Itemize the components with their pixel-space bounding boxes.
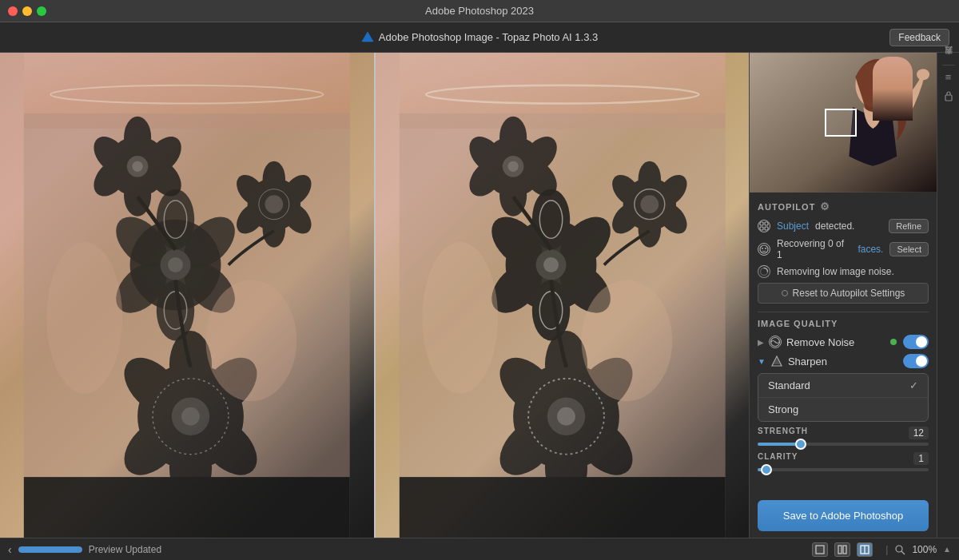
section-divider: [758, 312, 929, 312]
svg-rect-99: [760, 227, 763, 230]
image-quality-header: IMAGE QUALITY: [758, 319, 929, 328]
lock-icon-svg: [943, 90, 954, 101]
svg-rect-109: [816, 546, 824, 554]
feedback-button[interactable]: Feedback: [889, 29, 949, 46]
sharpen-label: Sharpen: [788, 355, 898, 367]
sharpen-mode-dropdown[interactable]: Standard ✓ Strong: [758, 373, 929, 422]
image-comparison-panel: [0, 53, 749, 538]
sharpen-strong-option[interactable]: Strong: [758, 397, 928, 421]
thumbnail-viewport[interactable]: [825, 109, 857, 137]
recovering-faces-row: Recovering 0 of 1 faces. Select: [758, 238, 929, 260]
removing-text: Removing low image noise.: [777, 266, 894, 277]
svg-rect-97: [760, 222, 763, 225]
thumbnail-area: [750, 53, 937, 193]
noise-icon-svg: [770, 336, 781, 348]
strength-slider-thumb[interactable]: [795, 439, 806, 450]
histogram-label: 直方图: [943, 59, 954, 62]
spinner-icon: [759, 267, 769, 276]
remove-noise-active-dot: [890, 339, 897, 345]
strength-label: STRENGTH: [758, 427, 808, 439]
svg-point-26: [263, 161, 285, 198]
svg-rect-100: [765, 227, 768, 230]
single-view-icon: [815, 545, 825, 554]
svg-point-90: [581, 280, 672, 402]
controls-area: AUTOPILOT ⚙ Subject detected. Refine: [750, 193, 937, 494]
svg-point-45: [46, 242, 122, 394]
svg-line-115: [901, 551, 905, 554]
autopilot-title: AUTOPILOT: [758, 202, 815, 212]
svg-point-63: [499, 117, 527, 159]
remove-noise-label: Remove Noise: [786, 336, 885, 348]
remove-noise-expand-arrow[interactable]: ▶: [758, 338, 764, 347]
remove-noise-toggle[interactable]: [903, 335, 929, 349]
traffic-lights: [8, 6, 46, 16]
svg-point-44: [205, 280, 296, 402]
maximize-button[interactable]: [37, 6, 46, 16]
svg-point-96: [917, 69, 929, 80]
svg-point-24: [132, 161, 142, 172]
progress-bar-fill: [18, 546, 82, 553]
split-view-icon: [838, 545, 847, 554]
far-right-divider: [942, 65, 955, 66]
clarity-slider-thumb[interactable]: [761, 464, 772, 475]
lock-icon[interactable]: [941, 88, 957, 104]
autopilot-gear-icon[interactable]: ⚙: [820, 201, 830, 212]
svg-point-102: [762, 248, 763, 249]
svg-point-91: [422, 242, 498, 394]
sharpen-collapse-arrow[interactable]: ▼: [758, 357, 766, 366]
select-button[interactable]: Select: [889, 242, 929, 256]
svg-rect-110: [838, 546, 842, 554]
face-detect-icon: [759, 244, 769, 254]
svg-point-78: [640, 195, 659, 213]
strength-slider-fill: [758, 443, 801, 446]
window-title: Adobe Photoshop 2023: [425, 5, 534, 17]
svg-point-88: [557, 407, 575, 426]
thumbnail-image: [750, 53, 937, 193]
sharpen-standard-option[interactable]: Standard ✓: [758, 374, 928, 397]
clarity-label-row: CLARITY 1: [758, 452, 929, 465]
strength-slider-track[interactable]: [758, 443, 929, 446]
far-right-panel: 直方图 ≡: [937, 53, 959, 538]
subject-link[interactable]: Subject: [777, 220, 809, 232]
single-view-button[interactable]: [812, 542, 828, 557]
sharpen-icon-svg: [771, 355, 782, 367]
zoom-dropdown-arrow[interactable]: ▲: [943, 545, 951, 554]
svg-point-32: [265, 195, 283, 213]
removing-noise-row: Removing low image noise.: [758, 265, 929, 278]
before-image: [0, 53, 374, 538]
split-view-button[interactable]: [834, 542, 850, 557]
clarity-slider-track[interactable]: [758, 468, 929, 471]
zoom-icon: [894, 544, 905, 555]
loading-icon: [758, 265, 770, 278]
panel-toggle-icon[interactable]: ≡: [941, 69, 957, 85]
progress-bar: [18, 546, 82, 553]
svg-point-13: [168, 257, 183, 272]
strength-value[interactable]: 12: [909, 427, 929, 439]
save-to-photoshop-button[interactable]: Save to Adobe Photoshop: [758, 500, 929, 531]
svg-marker-0: [362, 32, 373, 42]
standard-label: Standard: [768, 379, 810, 391]
sharpen-toggle[interactable]: [903, 354, 929, 368]
refine-button[interactable]: Refine: [889, 219, 929, 233]
comparison-divider: [374, 53, 376, 538]
minimize-button[interactable]: [22, 6, 32, 16]
svg-point-42: [181, 407, 200, 426]
side-by-side-icon: [860, 545, 869, 554]
close-button[interactable]: [8, 6, 18, 16]
title-bar: Adobe Photoshop 2023: [0, 0, 959, 22]
autopilot-section-header: AUTOPILOT ⚙: [758, 201, 929, 212]
subject-detected-row: Subject detected. Refine: [758, 219, 929, 233]
svg-rect-98: [765, 222, 768, 225]
clarity-label: CLARITY: [758, 452, 798, 465]
clarity-value[interactable]: 1: [913, 452, 929, 465]
app-bar-title: Adobe Photoshop Image - Topaz Photo AI 1…: [379, 31, 598, 43]
svg-rect-92: [399, 477, 725, 538]
app-title-container: Adobe Photoshop Image - Topaz Photo AI 1…: [361, 31, 598, 44]
svg-point-31: [263, 211, 285, 248]
back-arrow-button[interactable]: ‹: [8, 543, 12, 556]
side-by-side-view-button[interactable]: [857, 542, 873, 557]
reset-autopilot-button[interactable]: Reset to Autopilot Settings: [758, 283, 929, 304]
app-bar: Adobe Photoshop Image - Topaz Photo AI 1…: [0, 22, 959, 53]
standard-check-icon: ✓: [909, 379, 918, 391]
faces-link[interactable]: faces.: [858, 244, 883, 255]
